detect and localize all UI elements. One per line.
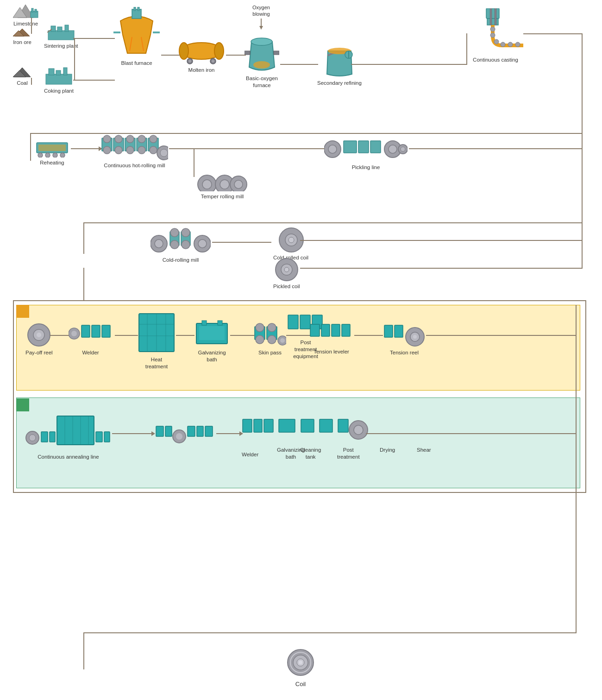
svg-point-51 <box>45 153 50 158</box>
sintering-plant-node: Sintering plant <box>44 22 78 50</box>
arrow-s3-left <box>83 222 84 254</box>
sintering-plant-label: Sintering plant <box>44 43 78 50</box>
svg-rect-129 <box>288 315 298 329</box>
continuous-casting-node: Continuous casting <box>468 8 523 63</box>
svg-rect-108 <box>82 325 90 337</box>
tension-reel-node: Tension reel <box>383 321 425 356</box>
svg-point-167 <box>354 425 363 435</box>
welder-ann-label-node: Welder <box>242 449 258 458</box>
welder-ann-label: Welder <box>242 451 258 458</box>
svg-rect-19 <box>134 7 136 11</box>
blast-furnace-node: Blast furnace <box>113 7 160 67</box>
svg-rect-18 <box>132 9 141 19</box>
arrow-bof-sec <box>280 64 318 65</box>
hot-rolling-node: Continuous hot-rolling mill <box>101 134 168 169</box>
coking-plant-node: Coking plant <box>44 65 74 95</box>
continuous-casting-label: Continuous casting <box>473 57 518 63</box>
svg-rect-109 <box>92 325 100 337</box>
blast-furnace-label: Blast furnace <box>121 60 152 67</box>
svg-rect-119 <box>202 321 207 325</box>
svg-rect-137 <box>395 325 403 337</box>
post-treatment-ann-label: Posttreatment <box>337 445 360 460</box>
arrow-limestone-v <box>31 18 32 34</box>
svg-point-90 <box>170 228 179 237</box>
arrow-mid-welder <box>216 433 242 434</box>
svg-rect-152 <box>156 426 163 436</box>
temper-rolling-label: Temper rolling mill <box>201 193 244 200</box>
galvanizing-bath-gal-label: Galvanizingbath <box>198 349 226 363</box>
svg-rect-120 <box>218 321 222 325</box>
secondary-refining-label: Secondary refining <box>317 80 362 87</box>
skin-pass-node: Skin pass <box>254 322 286 356</box>
limestone-label: Limestone <box>13 20 38 27</box>
arrow-right-cc <box>466 33 467 65</box>
arrow-hr-pickling <box>169 148 324 149</box>
main-diagram: Limestone Iron ore Sintering plant Coal <box>0 0 602 700</box>
svg-point-79 <box>328 145 337 153</box>
pickling-line-label: Pickling line <box>352 164 380 171</box>
molten-iron-label: Molten iron <box>188 67 215 74</box>
svg-rect-160 <box>254 419 262 432</box>
arrow-s3-s4 <box>83 268 84 300</box>
svg-point-69 <box>150 146 157 154</box>
svg-point-126 <box>268 335 276 344</box>
arrow-s4-s5-right <box>576 488 577 633</box>
svg-point-107 <box>71 331 77 336</box>
svg-point-65 <box>126 146 134 154</box>
svg-point-128 <box>280 338 285 343</box>
svg-rect-118 <box>199 326 225 340</box>
arrow-left-v1 <box>74 38 75 81</box>
svg-rect-161 <box>264 419 273 432</box>
svg-rect-4 <box>35 9 37 12</box>
welder-gal-node: Welder <box>69 320 113 356</box>
svg-rect-165 <box>338 419 348 432</box>
svg-point-62 <box>115 135 122 143</box>
skin-pass-label: Skin pass <box>258 349 282 356</box>
svg-point-33 <box>253 61 270 69</box>
svg-rect-8 <box>51 26 56 32</box>
svg-rect-20 <box>138 7 139 11</box>
svg-rect-48 <box>495 8 496 25</box>
svg-point-29 <box>212 60 214 63</box>
arrow-crc-right <box>300 240 583 241</box>
svg-point-52 <box>53 153 57 158</box>
svg-rect-82 <box>370 141 381 153</box>
svg-rect-133 <box>321 324 330 336</box>
svg-point-77 <box>234 180 243 189</box>
pickled-coil-label: Pickled coil <box>273 283 300 290</box>
arrow-s4-right-v <box>576 305 577 488</box>
svg-point-66 <box>138 135 145 143</box>
tension-reel-label: Tension reel <box>390 349 419 356</box>
arrow-ann-right <box>112 433 154 434</box>
arrow-pickling-right <box>409 148 583 149</box>
iron-ore-node: Iron ore <box>13 27 31 46</box>
svg-point-172 <box>299 661 302 664</box>
svg-rect-35 <box>274 51 279 55</box>
arrow-tl-tr <box>354 335 383 336</box>
arrow-corner1-down <box>582 33 583 133</box>
reheating-node: Reheating <box>35 139 69 166</box>
svg-rect-130 <box>300 315 310 329</box>
svg-rect-162 <box>279 419 295 432</box>
arrow-s2-top <box>30 133 583 134</box>
pickled-coil-node: Pickled coil <box>273 258 300 290</box>
svg-rect-163 <box>301 419 314 432</box>
svg-point-46 <box>515 42 520 47</box>
bof-node: Basic-oxygenfurnace <box>245 37 279 89</box>
svg-point-102 <box>284 267 289 272</box>
svg-rect-110 <box>102 325 110 337</box>
arrow-bf-molten <box>161 55 180 56</box>
heat-treatment-node: Heattreatment <box>138 313 175 370</box>
svg-point-43 <box>494 39 499 44</box>
svg-point-60 <box>103 135 111 143</box>
cleaning-tank-label: Cleaningtank <box>300 445 321 460</box>
svg-rect-136 <box>384 325 393 337</box>
svg-rect-47 <box>490 8 492 25</box>
green-indicator <box>16 398 29 411</box>
svg-rect-132 <box>310 324 320 336</box>
galvanizing-bath-gal-node: Galvanizingbath <box>194 320 229 363</box>
svg-rect-15 <box>49 69 54 75</box>
svg-point-53 <box>60 153 65 158</box>
svg-point-96 <box>198 240 207 248</box>
arrow-coal-v <box>31 78 32 85</box>
